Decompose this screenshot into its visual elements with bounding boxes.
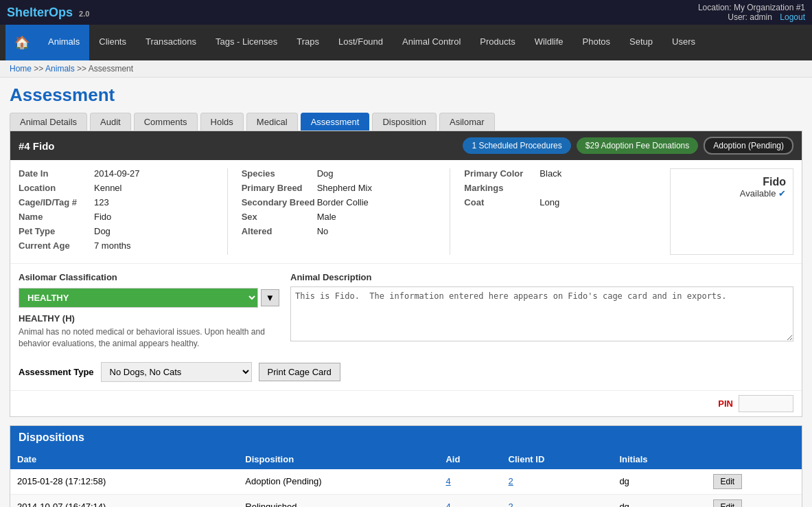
top-bar: ShelterOps 2.0 Location: My Organization…: [0, 0, 812, 25]
nav-item-traps[interactable]: Traps: [287, 25, 329, 60]
disp-disposition: Adoption (Pending): [238, 469, 439, 495]
asilomar-title: Asilomar Classification: [19, 272, 279, 282]
table-row: 2014-10-07 (16:47:14) Relinquished 4 2 d…: [10, 494, 802, 507]
markings-row: Markings: [464, 183, 659, 193]
sex-value: Male: [317, 212, 336, 222]
animal-card-header: #4 Fido 1 Scheduled Procedures $29 Adopt…: [10, 131, 802, 160]
current-age-label: Current Age: [19, 240, 94, 251]
breadcrumb: Home >> Animals >> Assessment: [0, 60, 812, 78]
secondary-breed-row: Secondary Breed Border Collie: [242, 197, 437, 207]
disp-aid[interactable]: 4: [439, 494, 501, 507]
breadcrumb-animals[interactable]: Animals: [45, 64, 75, 74]
dispositions-header-row: Date Disposition Aid Client ID Initials: [10, 449, 802, 469]
tab-holds[interactable]: Holds: [200, 113, 244, 131]
cage-id-label: Cage/ID/Tag #: [19, 197, 94, 207]
tab-asilomar[interactable]: Asilomar: [439, 113, 495, 131]
animal-status-box: Fido Available ✔: [670, 168, 793, 255]
asilomar-select-container: HEALTHY TREATABLE - REHABILITABLE TREATA…: [19, 288, 279, 308]
pin-input[interactable]: [739, 395, 793, 412]
location-text: Location: My Organization #1: [698, 3, 805, 12]
asilomar-code: HEALTHY (H): [19, 313, 279, 324]
assessment-section: Asilomar Classification HEALTHY TREATABL…: [10, 263, 802, 358]
logo-text: ShelterOps: [7, 5, 73, 19]
scheduled-procedures-badge[interactable]: 1 Scheduled Procedures: [463, 137, 570, 154]
name-value: Fido: [94, 212, 111, 222]
tab-medical[interactable]: Medical: [246, 113, 298, 131]
tab-disposition[interactable]: Disposition: [372, 113, 437, 131]
primary-color-label: Primary Color: [464, 168, 540, 179]
markings-label: Markings: [464, 183, 540, 193]
animal-card: #4 Fido 1 Scheduled Procedures $29 Adopt…: [10, 131, 802, 417]
nav-item-transactions[interactable]: Transactions: [136, 25, 206, 60]
available-label: Available: [740, 188, 776, 199]
altered-value: No: [317, 226, 329, 236]
disp-client-id[interactable]: 2: [502, 469, 613, 495]
nav-item-tags-licenses[interactable]: Tags - Licenses: [206, 25, 287, 60]
col-actions: [706, 449, 802, 469]
nav-item-products[interactable]: Products: [470, 25, 524, 60]
date-in-value: 2014-09-27: [94, 168, 140, 179]
nav-item-users[interactable]: Users: [662, 25, 705, 60]
secondary-breed-label: Secondary Breed: [242, 197, 317, 207]
nav-item-photos[interactable]: Photos: [573, 25, 620, 60]
asilomar-select-btn[interactable]: ▼: [261, 289, 279, 306]
sex-row: Sex Male: [242, 212, 437, 222]
breadcrumb-assessment: Assessment: [89, 64, 133, 74]
nav-item-wildlife[interactable]: Wildlife: [525, 25, 573, 60]
col-disposition: Disposition: [238, 449, 439, 469]
primary-breed-value: Shepherd Mix: [317, 183, 372, 193]
coat-value: Long: [540, 197, 559, 207]
secondary-breed-value: Border Collie: [317, 197, 369, 207]
breadcrumb-home[interactable]: Home: [10, 64, 32, 74]
disp-aid[interactable]: 4: [439, 469, 501, 495]
page-content: Assessment Animal Details Audit Comments…: [0, 78, 812, 507]
species-label: Species: [242, 168, 317, 179]
sex-label: Sex: [242, 212, 317, 222]
nav-item-animal-control[interactable]: Animal Control: [393, 25, 470, 60]
logout-link[interactable]: Logout: [780, 12, 805, 22]
available-checkmark: ✔: [778, 188, 786, 199]
logo: ShelterOps 2.0: [7, 5, 89, 20]
tab-animal-details[interactable]: Animal Details: [10, 113, 87, 131]
adoption-fee-badge[interactable]: $29 Adoption Fee Donations: [577, 137, 698, 154]
disp-client-id[interactable]: 2: [502, 494, 613, 507]
current-age-row: Current Age 7 months: [19, 240, 213, 251]
home-nav-item[interactable]: 🏠: [5, 25, 38, 60]
edit-button[interactable]: Edit: [713, 499, 743, 507]
nav-item-lost-found[interactable]: Lost/Found: [329, 25, 393, 60]
nav-item-setup[interactable]: Setup: [620, 25, 662, 60]
animal-description-textarea[interactable]: This is Fido. The information entered he…: [290, 286, 793, 341]
edit-button[interactable]: Edit: [713, 474, 743, 489]
top-right-info: Location: My Organization #1 User: admin…: [698, 3, 805, 22]
dispositions-section: Dispositions Date Disposition Aid Client…: [10, 425, 802, 507]
nav-item-animals[interactable]: Animals: [38, 25, 89, 60]
tab-assessment[interactable]: Assessment: [301, 113, 370, 131]
tabs: Animal Details Audit Comments Holds Medi…: [10, 113, 802, 131]
page-title: Assessment: [10, 84, 802, 106]
divider-1: [227, 168, 228, 255]
disp-edit-cell: Edit: [706, 494, 802, 507]
nav-item-clients[interactable]: Clients: [89, 25, 136, 60]
disp-date: 2015-01-28 (17:12:58): [10, 469, 238, 495]
col-date: Date: [10, 449, 238, 469]
primary-color-value: Black: [540, 168, 561, 179]
animal-header-badges: 1 Scheduled Procedures $29 Adoption Fee …: [463, 137, 793, 155]
location-row: Location Kennel: [19, 183, 213, 193]
coat-row: Coat Long: [464, 197, 659, 207]
adoption-status-badge[interactable]: Adoption (Pending): [704, 137, 793, 155]
assessment-type-select[interactable]: No Dogs, No Cats Dogs Allowed Cats Allow…: [101, 362, 252, 382]
animal-info-middle: Species Dog Primary Breed Shepherd Mix S…: [242, 168, 437, 255]
dispositions-title: Dispositions: [10, 426, 802, 449]
pet-type-value: Dog: [94, 226, 111, 236]
name-row: Name Fido: [19, 212, 213, 222]
date-in-label: Date In: [19, 168, 94, 179]
animal-info-left: Date In 2014-09-27 Location Kennel Cage/…: [19, 168, 213, 255]
altered-label: Altered: [242, 226, 317, 236]
disp-disposition: Relinquished: [238, 494, 439, 507]
tab-comments[interactable]: Comments: [134, 113, 198, 131]
asilomar-select[interactable]: HEALTHY TREATABLE - REHABILITABLE TREATA…: [19, 288, 258, 308]
tab-audit[interactable]: Audit: [90, 113, 131, 131]
location-value: Kennel: [94, 183, 121, 193]
nav-bar: 🏠 Animals Clients Transactions Tags - Li…: [0, 25, 812, 60]
print-cage-card-button[interactable]: Print Cage Card: [259, 363, 340, 381]
